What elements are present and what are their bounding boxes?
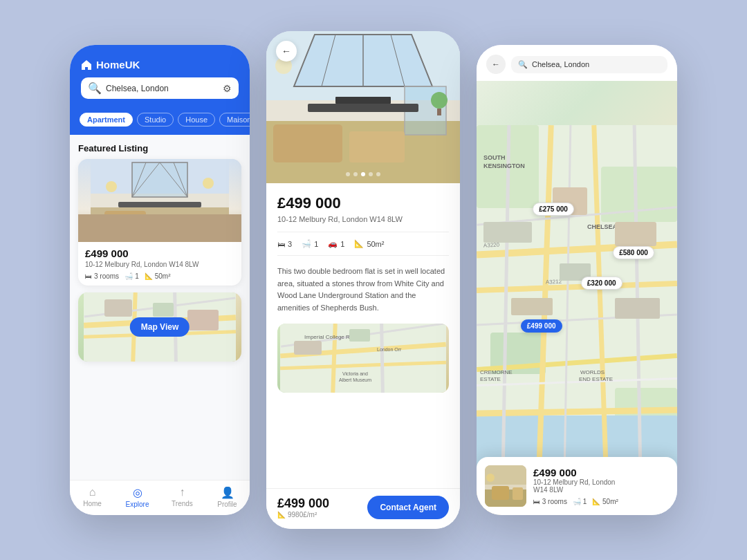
full-map[interactable]: SOUTH KENSINGTON CHELSEA CREMORNE ESTATE… xyxy=(477,81,677,515)
nav-explore-label: Explore xyxy=(126,501,149,508)
svg-text:KENSINGTON: KENSINGTON xyxy=(483,162,525,169)
map-card-info: £499 000 10-12 Melbury Rd, LondonW14 8LW… xyxy=(533,467,669,505)
price-pin-2[interactable]: £320 000 xyxy=(581,277,622,290)
svg-text:END ESTATE: END ESTATE xyxy=(579,376,613,382)
home-brand-icon xyxy=(81,59,92,71)
area-small-icon: 📐 xyxy=(277,511,286,519)
car-icon: 🚗 xyxy=(328,239,338,248)
price-pin-1[interactable]: £275 000 xyxy=(533,203,574,216)
detail-parking: 🚗 1 xyxy=(328,239,344,248)
filter-icon[interactable]: ⚙ xyxy=(223,83,232,94)
section-title: Featured Listing xyxy=(78,143,241,153)
svg-text:SOUTH: SOUTH xyxy=(483,154,506,161)
nav-profile[interactable]: 👤 Profile xyxy=(205,486,250,508)
map-search-bar[interactable]: 🔍 Chelsea, London xyxy=(511,56,667,73)
tab-apartment[interactable]: Apartment xyxy=(80,113,133,127)
bottom-nav: ⌂ Home ◎ Explore ↑ Trends 👤 Profile xyxy=(70,480,250,515)
image-dots xyxy=(346,172,380,176)
map-header: ← 🔍 Chelsea, London xyxy=(477,45,677,81)
map-streets-full: SOUTH KENSINGTON CHELSEA CREMORNE ESTATE… xyxy=(477,81,677,515)
app-header: HomeUK 🔍 ⚙ xyxy=(70,45,250,107)
listing-meta: 🛏 3 rooms 🛁 1 📐 50m² xyxy=(85,272,234,280)
svg-text:CREMORNE: CREMORNE xyxy=(480,369,513,375)
listing-body: Featured Listing xyxy=(70,135,250,480)
map-card-address: 10-12 Melbury Rd, LondonW14 8LW xyxy=(533,478,669,494)
svg-rect-10 xyxy=(153,214,187,235)
svg-point-11 xyxy=(106,181,117,192)
category-tabs: Apartment Studio House Maison xyxy=(70,107,250,135)
tab-maison[interactable]: Maison xyxy=(219,113,250,127)
detail-body: £499 000 10-12 Melbury Rd, London W14 8L… xyxy=(266,183,460,488)
svg-rect-31 xyxy=(335,97,391,104)
price-per-sqm: 📐 9980£/m² xyxy=(277,511,329,519)
svg-rect-78 xyxy=(615,222,656,246)
svg-rect-19 xyxy=(104,299,132,317)
map-card-meta: 🛏 3 rooms 🛁 1 📐 50m² xyxy=(533,498,669,505)
map-card-area: 📐 50m² xyxy=(592,498,618,505)
map-background: SOUTH KENSINGTON CHELSEA CREMORNE ESTATE… xyxy=(477,81,677,515)
phone-listing: HomeUK 🔍 ⚙ Apartment Studio House Maison… xyxy=(70,45,250,515)
detail-price: £499 000 xyxy=(277,194,449,212)
svg-text:ESTATE: ESTATE xyxy=(480,376,501,382)
svg-rect-3 xyxy=(132,162,187,197)
hero-image: ← xyxy=(266,31,460,183)
svg-text:CHELSEA: CHELSEA xyxy=(587,223,618,230)
dot-2 xyxy=(353,172,358,176)
nav-trends[interactable]: ↑ Trends xyxy=(160,486,205,508)
svg-rect-47 xyxy=(294,341,322,355)
svg-rect-8 xyxy=(118,202,201,207)
nav-home-label: Home xyxy=(83,500,102,507)
nav-explore[interactable]: ◎ Explore xyxy=(115,486,160,508)
map-search-text: Chelsea, London xyxy=(532,60,589,68)
svg-rect-9 xyxy=(104,211,146,235)
map-view-button[interactable]: Map View xyxy=(130,317,190,337)
footer-price-area: £499 000 📐 9980£/m² xyxy=(277,496,329,519)
area-meta: 📐 50m² xyxy=(145,272,171,280)
map-back-button[interactable]: ← xyxy=(486,55,506,74)
detail-area: 📐 50m² xyxy=(354,239,384,248)
svg-text:WORLDS: WORLDS xyxy=(580,369,605,375)
bath-meta: 🛁 1 xyxy=(124,272,139,280)
detail-map-streets: Imperial College Rd Victoria and Albert … xyxy=(277,324,449,393)
search-input[interactable] xyxy=(106,84,219,93)
tab-studio[interactable]: Studio xyxy=(137,113,174,127)
svg-rect-32 xyxy=(273,124,342,162)
svg-rect-20 xyxy=(153,303,174,317)
featured-listing-card[interactable]: £499 000 10-12 Melbury Rd, London W14 8L… xyxy=(78,159,241,286)
area-icon: 📐 xyxy=(592,498,600,505)
rooms-meta: 🛏 3 rooms xyxy=(85,272,119,280)
svg-rect-48 xyxy=(349,329,370,342)
svg-rect-77 xyxy=(483,222,532,243)
nav-profile-icon: 👤 xyxy=(221,486,234,499)
detail-meta: 🛏 3 🛁 1 🚗 1 📐 50m² xyxy=(277,232,449,256)
map-card-price: £499 000 xyxy=(533,467,669,478)
svg-point-87 xyxy=(486,474,495,482)
bath-icon: 🛁 xyxy=(573,498,581,505)
phone-map: ← 🔍 Chelsea, London xyxy=(477,45,677,515)
contact-agent-button[interactable]: Contact Agent xyxy=(367,496,449,519)
detail-map-bg: Imperial College Rd Victoria and Albert … xyxy=(277,324,449,393)
listing-image xyxy=(78,159,241,242)
detail-description: This two double bedroom flat is set in w… xyxy=(277,265,449,314)
bed-icon: 🛏 xyxy=(85,272,92,280)
svg-rect-33 xyxy=(349,131,405,162)
nav-home-icon: ⌂ xyxy=(89,486,96,498)
map-view-card[interactable]: Map View xyxy=(78,292,241,362)
bed-icon: 🛏 xyxy=(277,240,285,248)
price-pin-3-active[interactable]: £499 000 xyxy=(521,319,562,333)
map-card-image xyxy=(485,465,526,507)
svg-rect-81 xyxy=(615,298,660,319)
detail-back-button[interactable]: ← xyxy=(276,41,297,62)
svg-point-12 xyxy=(203,178,214,189)
phone-detail: ← £499 000 10-12 Melbury Rd, London W14 … xyxy=(266,31,460,529)
search-bar[interactable]: 🔍 ⚙ xyxy=(81,77,239,99)
bed-icon: 🛏 xyxy=(533,498,540,505)
nav-trends-icon: ↑ xyxy=(180,486,185,498)
tab-house[interactable]: House xyxy=(178,113,215,127)
price-pin-4[interactable]: £580 000 xyxy=(613,246,654,259)
nav-home[interactable]: ⌂ Home xyxy=(70,486,115,508)
listing-price: £499 000 xyxy=(85,248,234,259)
room-illustration xyxy=(78,159,241,242)
detail-map[interactable]: Imperial College Rd Victoria and Albert … xyxy=(277,324,449,393)
map-property-card[interactable]: £499 000 10-12 Melbury Rd, LondonW14 8LW… xyxy=(477,457,677,515)
